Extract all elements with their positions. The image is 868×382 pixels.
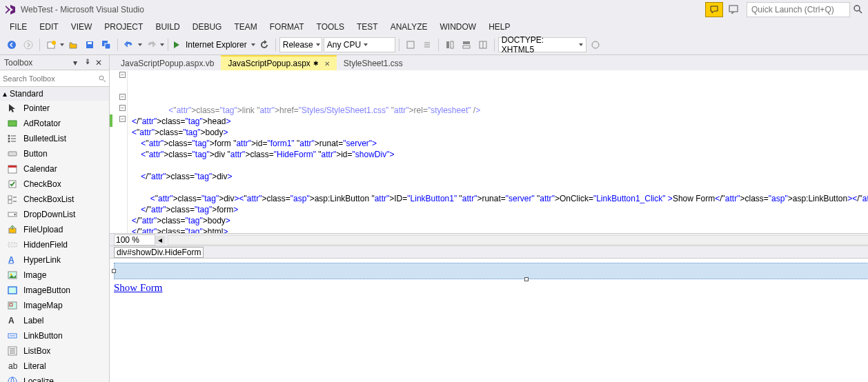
doctype-dropdown[interactable]: DOCTYPE: XHTML5: [498, 37, 586, 52]
tb-btn-5[interactable]: [475, 37, 491, 52]
toolbox-item[interactable]: ALabel: [0, 313, 109, 328]
toolbox-item[interactable]: CheckBoxList: [0, 192, 109, 207]
dropdown-arrow-icon[interactable]: [60, 43, 64, 46]
toolbox-category[interactable]: ▴ Standard: [0, 87, 109, 101]
toolbox-search-input[interactable]: [3, 74, 98, 83]
toolbox-item[interactable]: LinkButton: [0, 328, 109, 343]
resize-handle-icon[interactable]: [112, 269, 116, 273]
toolbox-item[interactable]: DropDownList: [0, 207, 109, 222]
start-debug-button[interactable]: [172, 37, 181, 52]
menu-view[interactable]: VIEW: [66, 21, 98, 33]
feedback-button[interactable]: [724, 2, 742, 17]
tb-btn-3[interactable]: [442, 37, 457, 52]
tb-btn-6[interactable]: [588, 37, 603, 52]
pin-icon[interactable]: [84, 58, 94, 68]
toolbox-item-icon: A: [7, 254, 18, 265]
menu-edit[interactable]: EDIT: [34, 21, 63, 33]
menu-tools[interactable]: TOOLS: [311, 21, 350, 33]
tab-aspx[interactable]: JavaScriptPopup.aspx✱✕: [221, 55, 336, 70]
svg-rect-33: [8, 165, 17, 168]
code-content[interactable]: <"attr">class="tag">link "attr">href="St…: [128, 70, 868, 233]
horizontal-scrollbar[interactable]: [168, 235, 868, 245]
menu-window[interactable]: WINDOW: [434, 21, 482, 33]
menu-analyze[interactable]: ANALYZE: [385, 21, 433, 33]
tab-codebehind[interactable]: JavaScriptPopup.aspx.vb: [114, 56, 221, 70]
design-link-button[interactable]: Show Form: [114, 282, 162, 294]
toolbox-item[interactable]: Image: [0, 268, 109, 283]
menu-file[interactable]: FILE: [4, 21, 32, 33]
run-target-label[interactable]: Internet Explorer: [183, 40, 250, 50]
save-button[interactable]: [82, 37, 97, 52]
dropdown-arrow-icon[interactable]: [160, 43, 164, 46]
toolbox-item[interactable]: ImageButton: [0, 283, 109, 298]
close-icon[interactable]: ✕: [95, 58, 105, 68]
tb-btn-1[interactable]: [403, 37, 418, 52]
toolbox-item[interactable]: ListBox: [0, 343, 109, 359]
resize-handle-icon[interactable]: [524, 277, 529, 281]
dropdown-arrow-icon[interactable]: [251, 43, 255, 46]
new-project-button[interactable]: [43, 37, 59, 52]
designer-pane[interactable]: Show Form: [110, 258, 868, 382]
menu-debug[interactable]: DEBUG: [187, 21, 228, 33]
toolbox-item[interactable]: Pointer: [0, 101, 109, 116]
tb-btn-4[interactable]: [459, 37, 474, 52]
svg-rect-31: [8, 152, 17, 156]
scroll-left-icon[interactable]: ◂: [155, 236, 165, 244]
redo-button[interactable]: [144, 37, 159, 52]
menu-help[interactable]: HELP: [483, 21, 515, 33]
dropdown-arrow-icon[interactable]: [138, 43, 142, 46]
undo-button[interactable]: [121, 37, 137, 52]
dropdown-arrow-icon[interactable]: ▾: [73, 58, 83, 68]
tab-css[interactable]: StyleSheet1.css: [337, 56, 410, 70]
open-button[interactable]: [66, 37, 81, 52]
toolbox-item[interactable]: ImageMap: [0, 298, 109, 313]
toolbox-item-label: CheckBox: [23, 179, 61, 189]
toolbox-item[interactable]: Calendar: [0, 161, 109, 177]
menu-build[interactable]: BUILD: [150, 21, 185, 33]
svg-rect-16: [451, 41, 453, 48]
svg-line-23: [103, 80, 106, 82]
category-label: Standard: [10, 89, 43, 99]
code-editor[interactable]: − − − − <"attr">class="tag">link "attr">…: [110, 70, 868, 233]
svg-point-6: [52, 41, 56, 45]
fold-icon[interactable]: −: [119, 94, 126, 100]
toolbox-item[interactable]: abLiteral: [0, 359, 109, 374]
toolbox-item[interactable]: AdRotator: [0, 116, 109, 131]
menu-format[interactable]: FORMAT: [264, 21, 310, 33]
fold-icon[interactable]: −: [119, 72, 126, 78]
menu-test[interactable]: TEST: [351, 21, 384, 33]
config-dropdown[interactable]: Release: [279, 37, 322, 52]
toolbox-item-icon: [7, 179, 18, 190]
quick-launch-input[interactable]: [747, 2, 850, 17]
close-icon[interactable]: ✕: [324, 60, 330, 68]
design-div-element[interactable]: [114, 263, 868, 279]
notifications-button[interactable]: [705, 2, 723, 17]
toolbox-item[interactable]: HiddenField: [0, 237, 109, 252]
save-all-button[interactable]: [99, 37, 114, 52]
platform-dropdown[interactable]: Any CPU: [324, 37, 395, 52]
fold-icon[interactable]: −: [119, 116, 126, 122]
forward-nav-button[interactable]: [21, 37, 36, 52]
toolbox-item-icon: [7, 300, 18, 311]
breadcrumb-item[interactable]: div#showDiv.HideForm: [114, 247, 204, 258]
element-breadcrumb: div#showDiv.HideForm: [110, 245, 868, 258]
svg-text:ab: ab: [8, 361, 18, 371]
zoom-dropdown[interactable]: 100 %: [114, 234, 155, 245]
window-title: WebTest - Microsoft Visual Studio: [21, 5, 144, 14]
tb-btn-2[interactable]: [420, 37, 435, 52]
svg-point-57: [8, 377, 17, 382]
back-nav-button[interactable]: [4, 37, 19, 52]
toolbox-item[interactable]: BulletedList: [0, 131, 109, 146]
svg-text:A: A: [8, 316, 14, 325]
toolbox-item[interactable]: CheckBox: [0, 177, 109, 192]
toolbox-item[interactable]: AHyperLink: [0, 252, 109, 268]
menu-project[interactable]: PROJECT: [99, 21, 148, 33]
browser-refresh-button[interactable]: [257, 37, 272, 52]
fold-icon[interactable]: −: [119, 105, 126, 111]
menu-team[interactable]: TEAM: [228, 21, 262, 33]
search-icon[interactable]: [98, 74, 106, 83]
menubar: FILE EDIT VIEW PROJECT BUILD DEBUG TEAM …: [0, 19, 868, 34]
toolbox-item[interactable]: Localize: [0, 374, 109, 382]
toolbox-item[interactable]: Button: [0, 146, 109, 161]
toolbox-item[interactable]: FileUpload: [0, 222, 109, 237]
